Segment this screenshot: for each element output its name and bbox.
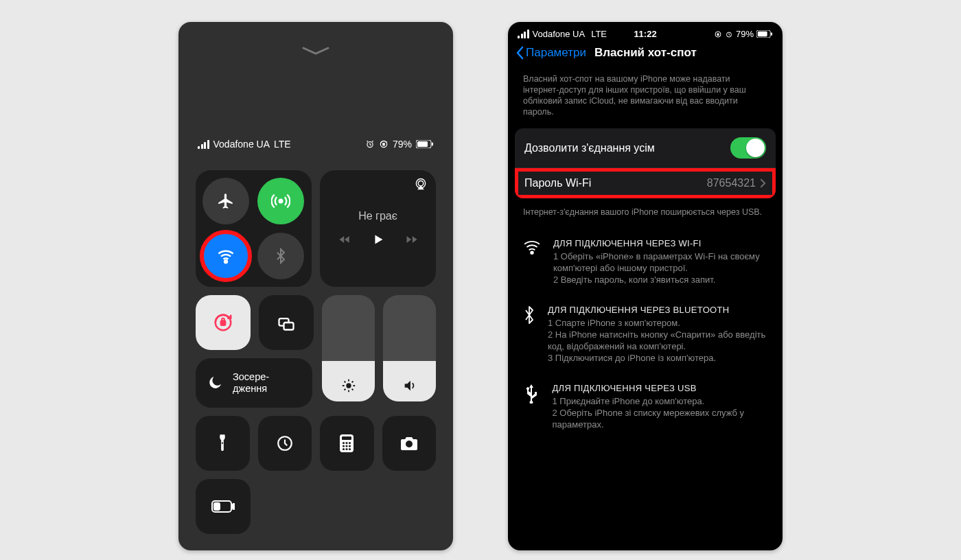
svg-rect-11 bbox=[221, 321, 225, 325]
howto-wifi-step-2: 2 Введіть пароль, коли з'явиться запит. bbox=[553, 274, 767, 285]
howto-bt-heading: ДЛЯ ПІДКЛЮЧЕННЯ ЧЕРЕЗ BLUETOOTH bbox=[548, 305, 767, 315]
svg-point-28 bbox=[349, 448, 351, 450]
grabber-icon bbox=[302, 47, 329, 56]
volume-icon bbox=[402, 378, 417, 393]
svg-rect-38 bbox=[771, 32, 772, 36]
svg-point-29 bbox=[406, 441, 413, 447]
svg-point-9 bbox=[418, 180, 424, 186]
battery-icon bbox=[756, 30, 773, 38]
howto-usb: ДЛЯ ПІДКЛЮЧЕННЯ ЧЕРЕЗ USB 1 Приєднайте i… bbox=[523, 376, 767, 443]
svg-point-23 bbox=[343, 445, 345, 447]
orientation-lock-tile[interactable] bbox=[196, 295, 251, 350]
timer-tile[interactable] bbox=[258, 416, 312, 471]
svg-rect-15 bbox=[222, 442, 223, 444]
howto-wifi-step-1: 1 Оберіть «iPhone» в параметрах Wi-Fi на… bbox=[553, 250, 767, 274]
brightness-icon bbox=[341, 378, 356, 393]
calculator-tile[interactable] bbox=[320, 416, 374, 471]
svg-point-21 bbox=[346, 442, 348, 444]
svg-rect-37 bbox=[758, 32, 767, 36]
svg-point-26 bbox=[343, 448, 345, 450]
usb-icon bbox=[523, 383, 540, 430]
allow-others-row[interactable]: Дозволити з'єднання усім bbox=[515, 128, 776, 167]
forward-icon[interactable] bbox=[405, 233, 419, 246]
camera-tile[interactable] bbox=[382, 416, 437, 471]
control-center-screenshot: Vodafone UA LTE 79% bbox=[178, 22, 453, 550]
allow-others-label: Дозволити з'єднання усім bbox=[524, 142, 655, 154]
airplane-mode-button[interactable] bbox=[202, 178, 249, 224]
play-icon[interactable] bbox=[371, 232, 386, 247]
battery-percent: 79% bbox=[393, 139, 412, 150]
focus-tile[interactable]: Зосере- дження bbox=[196, 358, 312, 408]
svg-rect-4 bbox=[417, 141, 428, 147]
svg-point-39 bbox=[531, 251, 533, 253]
signal-icon bbox=[518, 30, 529, 38]
svg-point-6 bbox=[279, 200, 282, 203]
page-title: Власний хот-спот bbox=[593, 46, 776, 60]
battery-percent: 79% bbox=[736, 29, 754, 39]
wifi-password-value: 87654321 bbox=[707, 177, 756, 189]
low-power-tile[interactable] bbox=[196, 479, 251, 534]
network-label: LTE bbox=[274, 139, 291, 150]
howto-bt-step-1: 1 Спарте iPhone з комп'ютером. bbox=[548, 317, 767, 329]
bluetooth-button[interactable] bbox=[257, 233, 304, 279]
cc-status-bar: Vodafone UA LTE 79% bbox=[178, 139, 453, 150]
network-label: LTE bbox=[591, 29, 607, 39]
svg-point-25 bbox=[349, 445, 351, 447]
signal-icon bbox=[198, 140, 209, 149]
screen-mirroring-tile[interactable] bbox=[259, 295, 314, 350]
svg-point-20 bbox=[343, 442, 345, 444]
status-bar: Vodafone UA LTE 11:22 79% bbox=[508, 22, 783, 42]
connectivity-tile[interactable] bbox=[196, 170, 312, 287]
alarm-icon bbox=[365, 139, 375, 149]
description-text: Власний хот-спот на вашому iPhone може н… bbox=[508, 73, 783, 124]
back-button[interactable]: Параметри bbox=[515, 46, 586, 60]
rewind-icon[interactable] bbox=[338, 233, 351, 246]
focus-label-2: дження bbox=[233, 383, 269, 395]
howto-bluetooth: ДЛЯ ПІДКЛЮЧЕННЯ ЧЕРЕЗ BLUETOOTH 1 Спарте… bbox=[523, 298, 767, 376]
svg-point-22 bbox=[349, 442, 351, 444]
focus-label-1: Зосере- bbox=[233, 371, 269, 383]
svg-point-27 bbox=[346, 448, 348, 450]
howto-wifi: ДЛЯ ПІДКЛЮЧЕННЯ ЧЕРЕЗ WI-FI 1 Оберіть «i… bbox=[523, 231, 767, 298]
svg-rect-16 bbox=[220, 434, 225, 436]
moon-icon bbox=[207, 375, 223, 391]
svg-point-24 bbox=[346, 445, 348, 447]
battery-icon bbox=[416, 140, 434, 148]
howto-bt-step-3: 3 Підключитися до iPhone із комп'ютера. bbox=[548, 352, 767, 364]
alarm-icon bbox=[725, 30, 733, 38]
clock: 11:22 bbox=[634, 29, 656, 39]
howto-usb-heading: ДЛЯ ПІДКЛЮЧЕННЯ ЧЕРЕЗ USB bbox=[553, 383, 768, 393]
volume-slider[interactable] bbox=[383, 295, 436, 401]
svg-rect-5 bbox=[432, 143, 433, 146]
wifi-button[interactable] bbox=[202, 233, 249, 279]
bluetooth-icon bbox=[523, 305, 535, 364]
orientation-lock-icon bbox=[379, 139, 389, 149]
svg-rect-13 bbox=[284, 323, 294, 330]
hotspot-settings-screenshot: Vodafone UA LTE 11:22 79% Параметри Влас… bbox=[508, 22, 783, 550]
howto-usb-step-2: 2 Оберіть iPhone зі списку мережевих слу… bbox=[553, 407, 768, 430]
usb-note: Інтернет-з'єднання вашого iPhone поширює… bbox=[508, 202, 783, 229]
carrier-label: Vodafone UA bbox=[213, 139, 270, 150]
svg-rect-32 bbox=[214, 503, 220, 510]
svg-rect-2 bbox=[383, 143, 384, 145]
nav-bar: Параметри Власний хот-спот bbox=[508, 42, 783, 65]
wifi-password-row[interactable]: Пароль Wi-Fi 87654321 bbox=[515, 167, 776, 198]
chevron-right-icon bbox=[760, 178, 766, 188]
back-label: Параметри bbox=[526, 46, 586, 60]
flashlight-tile[interactable] bbox=[196, 416, 250, 471]
orientation-lock-icon bbox=[714, 30, 722, 38]
cellular-data-button[interactable] bbox=[257, 178, 304, 224]
wifi-password-label: Пароль Wi-Fi bbox=[524, 177, 591, 189]
media-tile[interactable]: Не грає bbox=[320, 170, 436, 287]
allow-others-toggle[interactable] bbox=[730, 137, 766, 159]
svg-rect-34 bbox=[717, 34, 719, 36]
brightness-slider[interactable] bbox=[322, 295, 375, 401]
wifi-icon bbox=[523, 238, 541, 285]
howto-wifi-heading: ДЛЯ ПІДКЛЮЧЕННЯ ЧЕРЕЗ WI-FI bbox=[553, 238, 767, 248]
svg-rect-31 bbox=[233, 504, 235, 509]
howto-bt-step-2: 2 На iPhone натисніть кнопку «Спарити» а… bbox=[548, 329, 767, 352]
howto-usb-step-1: 1 Приєднайте iPhone до комп'ютера. bbox=[553, 395, 768, 407]
svg-rect-19 bbox=[342, 436, 351, 440]
media-title: Не грає bbox=[358, 210, 397, 222]
airplay-icon[interactable] bbox=[414, 177, 428, 191]
